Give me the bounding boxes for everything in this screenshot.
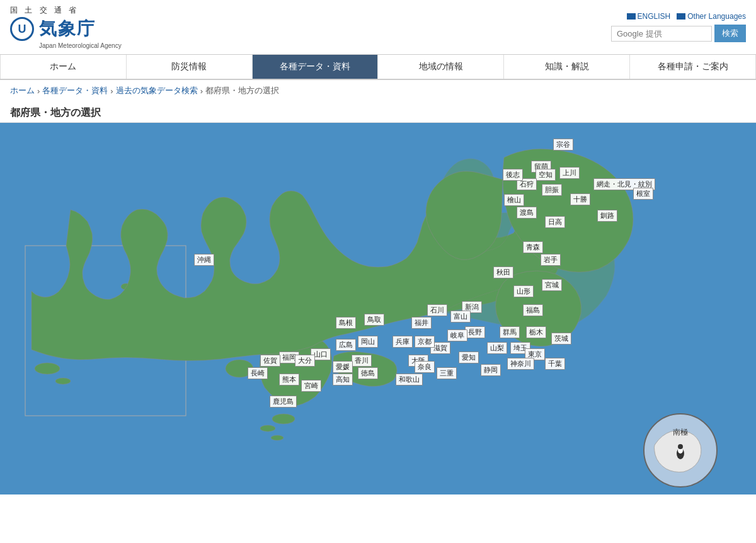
region-fukui[interactable]: 福井 (411, 317, 432, 329)
search-button[interactable]: 検索 (714, 25, 746, 42)
region-toyama[interactable]: 富山 (450, 311, 471, 323)
region-wakayama[interactable]: 和歌山 (396, 374, 423, 386)
logo-icon: U (10, 17, 34, 41)
logo-area: 国 土 交 通 省 U 気象庁 Japan Meteorological Age… (10, 5, 122, 49)
breadcrumb-data[interactable]: 各種データ・資料 (42, 85, 108, 96)
region-nagano[interactable]: 長野 (465, 326, 485, 338)
region-kagawa[interactable]: 香川 (352, 355, 372, 367)
region-aomori[interactable]: 青森 (523, 241, 543, 253)
region-tottori[interactable]: 鳥取 (364, 314, 384, 326)
region-okinawa[interactable]: 沖縄 (194, 254, 214, 266)
region-iwate[interactable]: 岩手 (541, 254, 561, 266)
region-kamikawa[interactable]: 上川 (559, 167, 580, 179)
breadcrumb-current: 都府県・地方の選択 (205, 85, 279, 96)
region-shiribeshi[interactable]: 後志 (503, 169, 523, 181)
region-yamagata[interactable]: 山形 (513, 285, 534, 297)
svg-point-12 (260, 425, 275, 432)
region-kanagawa[interactable]: 神奈川 (507, 358, 534, 370)
region-tochigi[interactable]: 栃木 (526, 326, 546, 338)
region-kushiro[interactable]: 釧路 (597, 210, 617, 222)
region-kochi[interactable]: 高知 (333, 374, 353, 386)
breadcrumb-sep1: › (37, 86, 40, 96)
english-link[interactable]: ENGLISH (627, 12, 671, 21)
header-right: ENGLISH Other Languages 検索 (611, 12, 746, 42)
nav-home[interactable]: ホーム (0, 55, 127, 79)
nav-data[interactable]: 各種データ・資料 (253, 55, 379, 79)
ministry-name: 国 土 交 通 省 (10, 5, 122, 16)
region-hidaka[interactable]: 日高 (545, 216, 565, 228)
nav-knowledge[interactable]: 知識・解説 (504, 55, 630, 79)
region-iburi[interactable]: 胆振 (542, 184, 562, 196)
main-navigation: ホーム 防災情報 各種データ・資料 地域の情報 知識・解説 各種申請・ご案内 (0, 55, 756, 80)
other-lang-label: Other Languages (687, 12, 746, 21)
region-fukushima[interactable]: 福島 (523, 304, 543, 316)
breadcrumb-past-data[interactable]: 過去の気象データ検索 (116, 85, 198, 96)
region-hiroshima[interactable]: 広島 (336, 339, 356, 351)
region-tokachi[interactable]: 十勝 (570, 193, 590, 205)
japan-map: 南極 宗谷 留萌 上川 網走・北見・紋別 釧路 根室 十勝 日高 胆振 空知 石… (0, 123, 756, 494)
region-aichi[interactable]: 愛知 (459, 352, 479, 363)
region-shimane[interactable]: 島根 (336, 317, 356, 329)
region-kumamoto[interactable]: 熊本 (279, 374, 299, 386)
nav-applications[interactable]: 各種申請・ご案内 (630, 55, 756, 79)
region-tokushima[interactable]: 徳島 (358, 367, 378, 379)
region-yamanashi[interactable]: 山梨 (487, 342, 507, 354)
search-area: 検索 (611, 25, 746, 42)
region-sorachi[interactable]: 空知 (536, 169, 556, 181)
region-nara[interactable]: 奈良 (415, 361, 435, 373)
region-oita[interactable]: 大分 (295, 355, 315, 367)
breadcrumb-home[interactable]: ホーム (10, 85, 35, 96)
svg-point-7 (35, 363, 60, 374)
other-lang-icon (677, 13, 685, 20)
region-saga[interactable]: 佐賀 (260, 355, 280, 367)
region-ibaraki[interactable]: 茨城 (551, 333, 571, 345)
region-shizuoka[interactable]: 静岡 (481, 364, 501, 376)
region-kagoshima[interactable]: 鹿児島 (270, 396, 297, 408)
svg-point-13 (271, 435, 284, 440)
svg-point-11 (272, 414, 295, 424)
breadcrumb-sep3: › (200, 86, 203, 96)
page-header: 国 土 交 通 省 U 気象庁 Japan Meteorological Age… (0, 0, 756, 55)
region-okayama[interactable]: 岡山 (358, 336, 378, 348)
breadcrumb-sep2: › (110, 86, 113, 96)
language-links: ENGLISH Other Languages (627, 12, 746, 21)
agency-name-en: Japan Meteorological Agency (39, 42, 122, 49)
region-kyoto[interactable]: 京都 (415, 336, 435, 348)
svg-point-8 (55, 378, 71, 384)
region-akita[interactable]: 秋田 (493, 266, 513, 278)
other-languages-link[interactable]: Other Languages (677, 12, 746, 21)
english-icon (627, 13, 636, 20)
region-ehime[interactable]: 愛媛 (333, 361, 353, 373)
region-hinoki[interactable]: 檜山 (504, 194, 524, 206)
svg-text:南極: 南極 (673, 428, 688, 437)
region-mie[interactable]: 三重 (437, 367, 457, 379)
logo-row: U 気象庁 (10, 17, 122, 41)
region-soyu[interactable]: 宗谷 (553, 139, 573, 151)
breadcrumb: ホーム › 各種データ・資料 › 過去の気象データ検索 › 都府県・地方の選択 (0, 80, 756, 101)
region-hyogo[interactable]: 兵庫 (392, 336, 413, 348)
region-gunma[interactable]: 群馬 (500, 326, 520, 338)
region-gifu[interactable]: 岐阜 (447, 329, 467, 341)
region-ishikawa[interactable]: 石川 (427, 304, 447, 316)
svg-point-18 (678, 444, 683, 449)
region-miyagi[interactable]: 宮城 (542, 279, 562, 291)
agency-name: 気象庁 (39, 17, 96, 41)
page-title-area: 都府県・地方の選択 (0, 101, 756, 123)
region-miyazaki[interactable]: 宮崎 (301, 380, 321, 392)
nav-regional[interactable]: 地域の情報 (378, 55, 504, 79)
region-chiba[interactable]: 千葉 (545, 358, 565, 370)
region-nemuro[interactable]: 根室 (633, 188, 653, 200)
english-label: ENGLISH (638, 12, 671, 21)
page-title: 都府県・地方の選択 (10, 106, 746, 120)
search-input[interactable] (611, 26, 712, 42)
nav-disaster[interactable]: 防災情報 (127, 55, 253, 79)
region-oshima[interactable]: 渡島 (517, 207, 537, 219)
region-nagasaki[interactable]: 長崎 (248, 367, 268, 379)
